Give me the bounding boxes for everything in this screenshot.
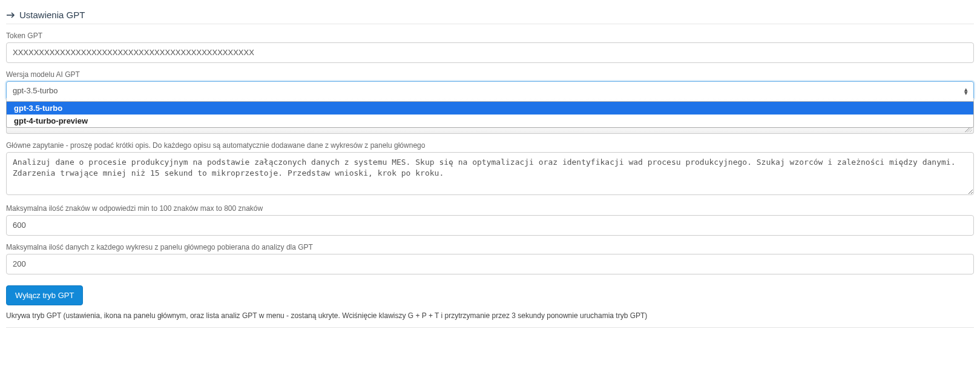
- max-data-input[interactable]: [6, 254, 974, 274]
- token-input[interactable]: [6, 42, 974, 63]
- token-label: Token GPT: [6, 32, 974, 40]
- model-label: Wersja modelu AI GPT: [6, 70, 974, 79]
- model-option-gpt-4-turbo-preview[interactable]: gpt-4-turbo-preview: [7, 115, 973, 127]
- max-chars-label: Maksymalna ilość znaków w odpowiedzi min…: [6, 204, 974, 213]
- max-data-label: Maksymalna ilość danych z każdego wykres…: [6, 243, 974, 251]
- toggle-help-text: Ukrywa tryb GPT (ustawienia, ikona na pa…: [6, 311, 974, 328]
- model-selected-value: gpt-3.5-turbo: [13, 86, 58, 95]
- model-option-gpt-3.5-turbo[interactable]: gpt-3.5-turbo: [7, 102, 973, 115]
- main-query-label: Główne zapytanie - proszę podać krótki o…: [6, 141, 974, 150]
- model-dropdown: gpt-3.5-turbo gpt-4-turbo-preview: [6, 101, 974, 128]
- main-query-textarea[interactable]: [6, 152, 974, 195]
- max-chars-input[interactable]: [6, 215, 974, 236]
- model-select[interactable]: gpt-3.5-turbo: [6, 81, 974, 100]
- section-header: Ustawienia GPT: [6, 6, 974, 24]
- arrow-right-icon: [6, 11, 16, 19]
- toggle-gpt-mode-button[interactable]: Wyłącz tryb GPT: [6, 285, 83, 305]
- section-title: Ustawienia GPT: [19, 10, 85, 20]
